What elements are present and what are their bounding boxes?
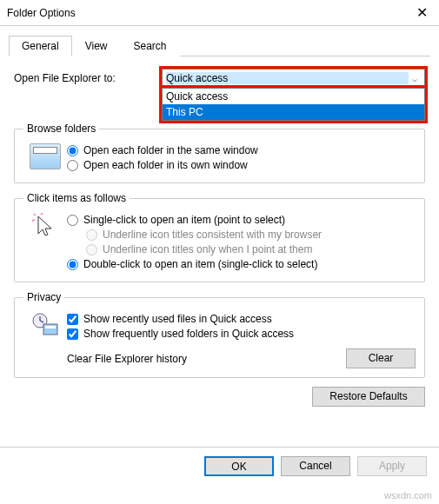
checkbox-frequent-folders-label: Show frequently used folders in Quick ac… <box>83 328 294 340</box>
svg-rect-8 <box>45 326 56 328</box>
browse-folders-legend: Browse folders <box>23 123 99 135</box>
cursor-click-icon <box>23 211 67 273</box>
restore-defaults-button[interactable]: Restore Defaults <box>312 387 425 407</box>
svg-line-1 <box>34 214 36 216</box>
dialog-button-bar: OK Cancel Apply <box>0 447 439 485</box>
tab-general[interactable]: General <box>9 36 72 56</box>
close-button[interactable]: ✕ <box>404 0 439 26</box>
clear-button[interactable]: Clear <box>346 348 416 368</box>
tab-content-general: Open File Explorer to: Quick access ⌵ Qu… <box>0 56 439 415</box>
radio-double-click[interactable] <box>67 259 78 270</box>
checkbox-frequent-folders[interactable] <box>67 328 78 340</box>
dropdown-item-quick-access[interactable]: Quick access <box>163 89 424 104</box>
open-explorer-row: Open File Explorer to: Quick access ⌵ Qu… <box>14 69 425 88</box>
open-explorer-combo-wrap: Quick access ⌵ Quick access This PC <box>162 69 425 88</box>
checkbox-recent-files[interactable] <box>67 314 78 325</box>
tab-search[interactable]: Search <box>121 36 180 56</box>
open-explorer-label: Open File Explorer to: <box>14 72 162 84</box>
radio-underline-point-label: Underline icon titles only when I point … <box>103 243 312 255</box>
watermark: wsxdn.com <box>384 490 432 501</box>
svg-line-3 <box>32 220 35 221</box>
privacy-legend: Privacy <box>23 291 64 303</box>
combo-selected-value: Quick access <box>166 72 409 84</box>
tab-strip: General View Search <box>9 35 430 56</box>
click-items-legend: Click items as follows <box>23 192 130 204</box>
radio-underline-browser <box>86 229 97 241</box>
svg-rect-7 <box>43 324 57 335</box>
radio-own-window-label: Open each folder in its own window <box>83 159 248 171</box>
radio-same-window[interactable] <box>67 145 78 156</box>
radio-underline-browser-label: Underline icon titles consistent with my… <box>103 229 322 241</box>
privacy-group: Privacy Show recently used files in Quic… <box>14 291 425 378</box>
radio-single-click-label: Single-click to open an item (point to s… <box>83 214 285 226</box>
chevron-down-icon: ⌵ <box>409 74 421 83</box>
ok-button[interactable]: OK <box>204 456 274 476</box>
tab-view[interactable]: View <box>72 36 121 56</box>
dropdown-item-this-pc[interactable]: This PC <box>163 104 424 120</box>
browse-folders-group: Browse folders Open each folder in the s… <box>14 123 425 183</box>
svg-line-2 <box>41 213 43 215</box>
titlebar: Folder Options ✕ <box>0 0 439 26</box>
cancel-button[interactable]: Cancel <box>281 456 350 476</box>
window-title: Folder Options <box>7 7 404 19</box>
apply-button: Apply <box>357 456 427 476</box>
radio-single-click[interactable] <box>67 215 78 226</box>
radio-same-window-label: Open each folder in the same window <box>83 144 258 156</box>
folder-window-icon <box>23 142 67 174</box>
svg-marker-0 <box>38 216 51 235</box>
open-explorer-dropdown[interactable]: Quick access This PC <box>162 88 425 121</box>
clear-history-label: Clear File Explorer history <box>67 353 346 365</box>
radio-double-click-label: Double-click to open an item (single-cli… <box>83 258 317 270</box>
click-items-group: Click items as follows Single-click to o… <box>14 192 425 282</box>
checkbox-recent-files-label: Show recently used files in Quick access <box>83 313 272 325</box>
radio-own-window[interactable] <box>67 160 78 171</box>
privacy-history-icon <box>23 310 67 368</box>
radio-underline-point <box>86 244 97 255</box>
open-explorer-combo[interactable]: Quick access ⌵ <box>162 69 425 88</box>
